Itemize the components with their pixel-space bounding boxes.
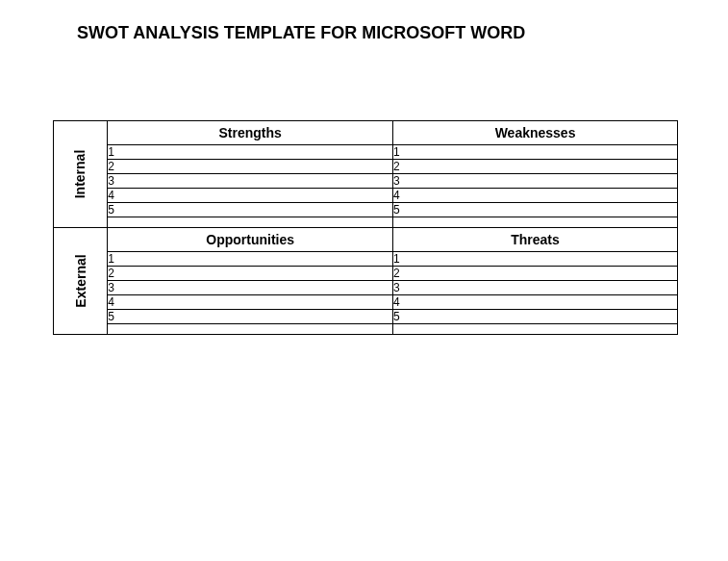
strengths-item-4: 4 [108,189,393,203]
strengths-item-5: 5 [108,203,393,217]
strengths-item-3: 3 [108,174,393,189]
opportunities-item-4: 4 [108,295,393,310]
weaknesses-item-1: 1 [393,145,678,160]
swot-table: Internal Strengths Weaknesses 1 1 2 2 3 … [53,120,678,335]
header-threats: Threats [393,228,678,252]
header-weaknesses: Weaknesses [393,121,678,145]
opportunities-item-2: 2 [108,267,393,281]
weaknesses-item-2: 2 [393,160,678,174]
threats-item-2: 2 [393,267,678,281]
side-label-external-text: External [73,254,88,307]
opportunities-item-1: 1 [108,252,393,267]
internal-spacer-left [108,217,393,228]
header-opportunities: Opportunities [108,228,393,252]
weaknesses-item-4: 4 [393,189,678,203]
threats-item-3: 3 [393,281,678,295]
opportunities-item-3: 3 [108,281,393,295]
external-spacer-left [108,324,393,335]
threats-item-5: 5 [393,310,678,324]
threats-item-1: 1 [393,252,678,267]
internal-spacer-right [393,217,678,228]
strengths-item-1: 1 [108,145,393,160]
opportunities-item-5: 5 [108,310,393,324]
page-title: SWOT ANALYSIS TEMPLATE FOR MICROSOFT WOR… [0,0,728,43]
weaknesses-item-3: 3 [393,174,678,189]
strengths-item-2: 2 [108,160,393,174]
external-spacer-right [393,324,678,335]
header-strengths: Strengths [108,121,393,145]
side-label-internal: Internal [54,121,108,228]
side-label-external: External [54,228,108,335]
side-label-internal-text: Internal [73,150,88,199]
threats-item-4: 4 [393,295,678,310]
weaknesses-item-5: 5 [393,203,678,217]
